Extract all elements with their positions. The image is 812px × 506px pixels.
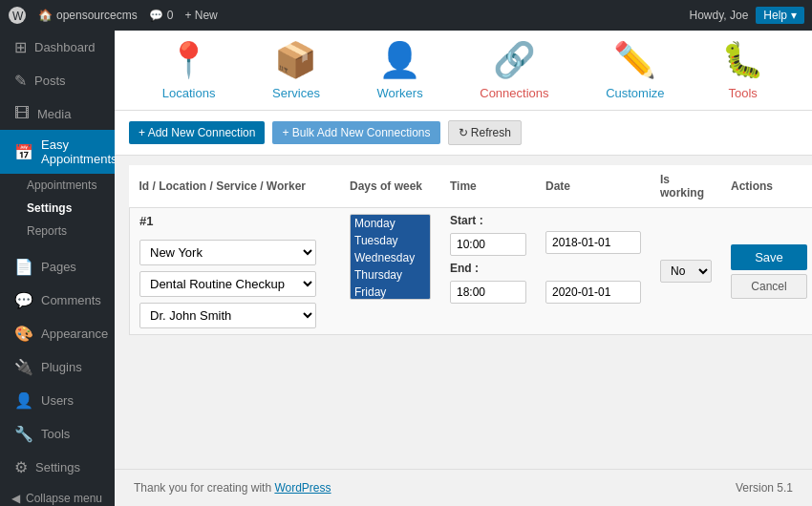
sidebar-item-tools[interactable]: 🔧 Tools xyxy=(0,417,115,451)
connections-toolbar: + Add New Connection + Bulk Add New Conn… xyxy=(115,111,812,156)
tools-nav-icon: 🐛 xyxy=(721,40,764,80)
save-button[interactable]: Save xyxy=(731,244,807,270)
nav-services[interactable]: 📦 Services xyxy=(272,40,320,100)
start-time-input[interactable] xyxy=(450,233,526,256)
settings-icon: ⚙ xyxy=(14,458,28,476)
end-date-input[interactable] xyxy=(545,281,641,304)
users-icon: 👤 xyxy=(14,391,33,410)
col-date: Date xyxy=(536,165,651,208)
nav-connections[interactable]: 🔗 Connections xyxy=(480,40,548,100)
service-select[interactable]: Dental Routine Checkup xyxy=(139,271,316,297)
end-time-input[interactable] xyxy=(450,281,526,304)
plugins-icon: 🔌 xyxy=(14,358,33,376)
svg-text:W: W xyxy=(12,10,24,23)
media-icon: 🎞 xyxy=(14,105,30,122)
footer-version: Version 5.1 xyxy=(736,481,793,495)
sidebar-item-posts[interactable]: ✎ Posts xyxy=(0,64,115,97)
easy-appointments-icon: 📅 xyxy=(14,143,33,161)
sidebar-item-settings[interactable]: ⚙ Settings xyxy=(0,451,115,484)
row-location-col: #1 New York Dental Routine Checkup Dr. J… xyxy=(130,208,341,335)
collapse-menu-button[interactable]: ◀ Collapse menu xyxy=(0,484,115,506)
add-new-connection-button[interactable]: + Add New Connection xyxy=(129,121,265,144)
chevron-down-icon: ▾ xyxy=(791,9,797,22)
page-footer: Thank you for creating with WordPress Ve… xyxy=(115,469,812,506)
days-of-week-select[interactable]: Monday Tuesday Wednesday Thursday Friday… xyxy=(350,214,431,300)
row-is-working-col: No Yes xyxy=(651,208,721,335)
sidebar-item-dashboard[interactable]: ⊞ Dashboard xyxy=(0,31,115,64)
col-is-working: Is working xyxy=(651,165,721,208)
collapse-icon: ◀ xyxy=(11,492,20,505)
submenu-item-reports[interactable]: Reports xyxy=(0,220,115,242)
row-days-col: Monday Tuesday Wednesday Thursday Friday… xyxy=(340,208,440,335)
col-actions: Actions xyxy=(721,165,812,208)
nav-tools[interactable]: 🐛 Tools xyxy=(721,40,764,100)
row-number: #1 xyxy=(139,214,331,228)
submenu-item-appointments[interactable]: Appointments xyxy=(0,174,115,197)
appearance-icon: 🎨 xyxy=(14,325,33,343)
location-icon: 📍 xyxy=(167,40,210,80)
comments-icon: 💬 xyxy=(14,291,33,309)
cancel-button[interactable]: Cancel xyxy=(731,274,807,299)
comment-count[interactable]: 💬 0 xyxy=(149,9,174,22)
sidebar-item-pages[interactable]: 📄 Pages xyxy=(0,250,115,284)
bulk-add-connections-button[interactable]: + Bulk Add New Connections xyxy=(272,121,439,144)
nav-workers[interactable]: 👤 Workers xyxy=(377,40,423,100)
connections-icon: 🔗 xyxy=(493,40,536,80)
main-content: 📍 Locations 📦 Services 👤 Workers 🔗 Conne… xyxy=(115,31,812,506)
nav-customize[interactable]: ✏️ Customize xyxy=(606,40,664,100)
row-time-col: Start : End : xyxy=(440,208,536,335)
sidebar-item-appearance[interactable]: 🎨 Appearance xyxy=(0,317,115,350)
services-icon: 📦 xyxy=(274,40,317,80)
user-greeting: Howdy, Joe xyxy=(690,9,749,22)
nav-locations[interactable]: 📍 Locations xyxy=(162,40,216,100)
connections-table-area: Id / Location / Service / Worker Days of… xyxy=(115,156,812,345)
start-label: Start : xyxy=(450,214,483,227)
table-row: #1 New York Dental Routine Checkup Dr. J… xyxy=(130,208,813,335)
connections-table: Id / Location / Service / Worker Days of… xyxy=(129,165,812,335)
workers-icon: 👤 xyxy=(378,40,421,80)
sidebar-item-media[interactable]: 🎞 Media xyxy=(0,97,115,130)
sidebar-item-plugins[interactable]: 🔌 Plugins xyxy=(0,350,115,384)
plugin-navigation: 📍 Locations 📦 Services 👤 Workers 🔗 Conne… xyxy=(115,31,812,111)
admin-bar: W 🏠 opensourcecms 💬 0 + New Howdy, Joe H… xyxy=(0,0,812,31)
end-label: End : xyxy=(450,262,483,275)
is-working-select[interactable]: No Yes xyxy=(660,260,712,283)
dashboard-icon: ⊞ xyxy=(14,38,27,56)
pages-icon: 📄 xyxy=(14,258,33,276)
row-date-col xyxy=(536,208,651,335)
sidebar: ⊞ Dashboard ✎ Posts 🎞 Media 📅 Easy Appoi… xyxy=(0,31,115,506)
tools-icon: 🔧 xyxy=(14,425,33,443)
help-button[interactable]: Help ▾ xyxy=(756,7,804,24)
wp-logo[interactable]: W xyxy=(8,6,27,25)
col-days-of-week: Days of week xyxy=(340,165,440,208)
row-actions-col: Save Cancel xyxy=(721,208,812,335)
col-id-location-service-worker: Id / Location / Service / Worker xyxy=(130,165,341,208)
worker-select[interactable]: Dr. John Smith xyxy=(139,303,316,328)
submenu-item-settings[interactable]: Settings xyxy=(0,197,115,220)
location-select[interactable]: New York xyxy=(139,240,316,265)
sidebar-item-users[interactable]: 👤 Users xyxy=(0,384,115,417)
refresh-button[interactable]: ↻ Refresh xyxy=(448,120,522,145)
site-name[interactable]: 🏠 opensourcecms xyxy=(38,9,138,22)
posts-icon: ✎ xyxy=(14,72,27,90)
start-date-input[interactable] xyxy=(545,231,641,254)
sidebar-item-easy-appointments[interactable]: 📅 Easy Appointments xyxy=(0,130,115,174)
footer-thank-you: Thank you for creating with WordPress xyxy=(134,481,331,495)
new-content-button[interactable]: + New xyxy=(184,9,217,22)
customize-icon: ✏️ xyxy=(613,40,656,80)
sidebar-item-comments[interactable]: 💬 Comments xyxy=(0,284,115,317)
col-time: Time xyxy=(440,165,536,208)
wordpress-link[interactable]: WordPress xyxy=(274,481,331,495)
